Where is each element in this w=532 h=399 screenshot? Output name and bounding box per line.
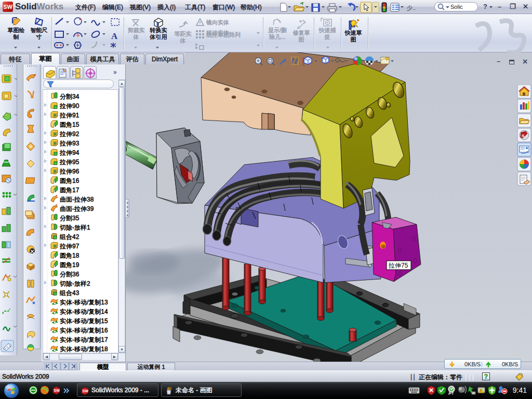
svg-text:少..: 少.. — [407, 5, 416, 11]
svg-text:Svv: Svv — [410, 387, 413, 389]
svg-text:!: ! — [481, 390, 482, 393]
svg-text:SW: SW — [54, 389, 60, 392]
svg-text:S: S — [522, 134, 525, 138]
svg-text:拉伸75: 拉伸75 — [388, 262, 408, 269]
svg-text:φ: φ — [381, 243, 385, 249]
svg-text:A: A — [111, 31, 118, 41]
svg-text:SW: SW — [83, 389, 89, 393]
